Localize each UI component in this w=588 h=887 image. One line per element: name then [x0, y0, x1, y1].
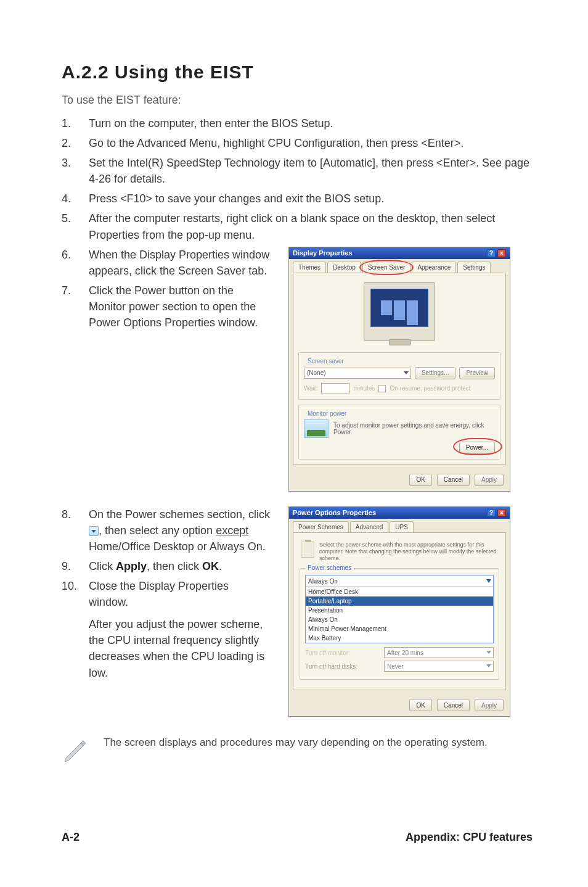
hdd-timeout-value: Never	[387, 663, 404, 670]
power-options-window: Power Options Properties ? × Power Schem…	[288, 506, 510, 717]
step-4: Press <F10> to save your changes and exi…	[89, 191, 533, 207]
tab-power-schemes[interactable]: Power Schemes	[293, 521, 349, 532]
step-7: Click the Power button on the Monitor po…	[89, 283, 271, 331]
resume-checkbox[interactable]	[378, 385, 386, 392]
settings-button[interactable]: Settings...	[415, 367, 455, 379]
step-6: When the Display Properties window appea…	[89, 247, 271, 279]
step-9b: , then click	[147, 560, 202, 572]
step-num-9: 9.	[62, 558, 89, 574]
scheme-option-max-battery[interactable]: Max Battery	[306, 633, 493, 643]
step-1: Turn on the computer, then enter the BIO…	[89, 115, 533, 131]
after-text: After you adjust the power scheme, the C…	[89, 616, 271, 680]
wait-label: Wait:	[304, 385, 317, 392]
step-8a: On the Power schemes section, click	[89, 508, 270, 521]
help-button-icon[interactable]: ?	[487, 249, 496, 257]
step-9c: .	[219, 560, 222, 572]
step-num-10: 10.	[62, 578, 89, 594]
monitor-power-text: To adjust monitor power settings and sav…	[333, 422, 495, 435]
scheme-option-portable[interactable]: Portable/Laptop	[306, 596, 493, 606]
section-heading: A.2.2 Using the EIST	[62, 62, 533, 83]
tab-appearance[interactable]: Appearance	[412, 262, 456, 273]
power-apply-button[interactable]: Apply	[475, 699, 504, 711]
step-num-6: 6.	[62, 247, 89, 263]
tab-screen-saver[interactable]: Screen Saver	[362, 262, 411, 273]
note-text: The screen displays and procedures may v…	[104, 735, 488, 750]
help-button-icon-2[interactable]: ?	[487, 509, 496, 517]
step-num-4: 4.	[62, 191, 89, 207]
tab-settings[interactable]: Settings	[457, 262, 491, 273]
screensaver-value: (None)	[307, 369, 326, 376]
power-schemes-group-label: Power schemes	[305, 564, 354, 571]
apply-button[interactable]: Apply	[475, 474, 504, 486]
close-icon-2[interactable]: ×	[497, 509, 506, 517]
step-8b: , then select any option	[99, 524, 216, 537]
scheme-option-presentation[interactable]: Presentation	[306, 606, 493, 615]
step-9a: Click	[89, 560, 116, 572]
screensaver-dropdown[interactable]: (None)	[304, 368, 411, 379]
step-num-8: 8.	[62, 506, 89, 522]
power-scheme-dropdown[interactable]: Always On	[305, 575, 494, 587]
cancel-button[interactable]: Cancel	[437, 474, 470, 486]
monitor-timeout-dropdown[interactable]: After 20 mins	[384, 647, 494, 658]
step-10: Close the Display Properties window.	[89, 580, 229, 608]
note-pencil-icon	[62, 735, 89, 762]
tab-desktop[interactable]: Desktop	[327, 262, 361, 273]
power-cancel-button[interactable]: Cancel	[437, 699, 470, 711]
power-scheme-selected: Always On	[308, 578, 338, 585]
monitor-preview-icon	[364, 282, 435, 341]
tab-advanced[interactable]: Advanced	[350, 521, 388, 532]
step-9-apply: Apply	[116, 560, 147, 572]
step-8: On the Power schemes section, click , th…	[89, 506, 271, 555]
monitor-timeout-value: After 20 mins	[387, 650, 423, 656]
power-scheme-list[interactable]: Home/Office Desk Portable/Laptop Present…	[305, 587, 494, 643]
tab-themes[interactable]: Themes	[293, 262, 326, 273]
page-number: A-2	[62, 831, 80, 844]
step-num-3: 3.	[62, 155, 89, 171]
power-ok-button[interactable]: OK	[409, 699, 431, 711]
step-8c: Home/Office Desktop or Always On.	[89, 540, 266, 553]
turn-off-monitor-label: Turn off monitor:	[305, 650, 379, 656]
step-num-5: 5.	[62, 210, 89, 226]
power-window-title: Power Options Properties	[293, 509, 376, 516]
step-num-7: 7.	[62, 283, 89, 299]
scheme-option-home[interactable]: Home/Office Desk	[306, 587, 493, 596]
step-8-except: except	[216, 524, 248, 537]
window-title: Display Properties	[293, 249, 353, 257]
resume-label: On resume, password protect	[390, 385, 470, 392]
dropdown-arrow-icon	[89, 526, 99, 536]
power-thumbnail-icon	[304, 419, 329, 438]
power-desc-text: Select the power scheme with the most ap…	[319, 542, 498, 563]
preview-button[interactable]: Preview	[459, 367, 495, 379]
ok-button[interactable]: OK	[409, 474, 431, 486]
wait-min: minutes	[353, 385, 375, 392]
hdd-timeout-dropdown[interactable]: Never	[384, 661, 494, 672]
step-num-1: 1.	[62, 115, 89, 131]
step-9-ok: OK	[202, 560, 219, 572]
step-9: Click Apply, then click OK.	[89, 558, 271, 574]
step-num-2: 2.	[62, 135, 89, 151]
monitor-power-group-label: Monitor power	[305, 410, 349, 417]
scheme-option-minimal[interactable]: Minimal Power Management	[306, 624, 493, 633]
red-circle-annotation	[453, 438, 502, 455]
turn-off-hdd-label: Turn off hard disks:	[305, 663, 379, 670]
battery-icon	[301, 542, 314, 558]
screensaver-group-label: Screen saver	[305, 358, 346, 365]
tab-ups[interactable]: UPS	[390, 521, 414, 532]
close-icon[interactable]: ×	[497, 249, 506, 257]
scheme-option-always-on[interactable]: Always On	[306, 615, 493, 624]
footer-title: Appendix: CPU features	[406, 831, 533, 844]
step-5: After the computer restarts, right click…	[89, 210, 533, 242]
step-2: Go to the Advanced Menu, highlight CPU C…	[89, 135, 533, 151]
intro-text: To use the EIST feature:	[62, 94, 533, 107]
wait-spinner[interactable]	[321, 383, 349, 394]
step-3: Set the Intel(R) SpeedStep Technology it…	[89, 155, 533, 187]
display-properties-window: Display Properties ? × Themes Desktop Sc…	[288, 247, 510, 492]
